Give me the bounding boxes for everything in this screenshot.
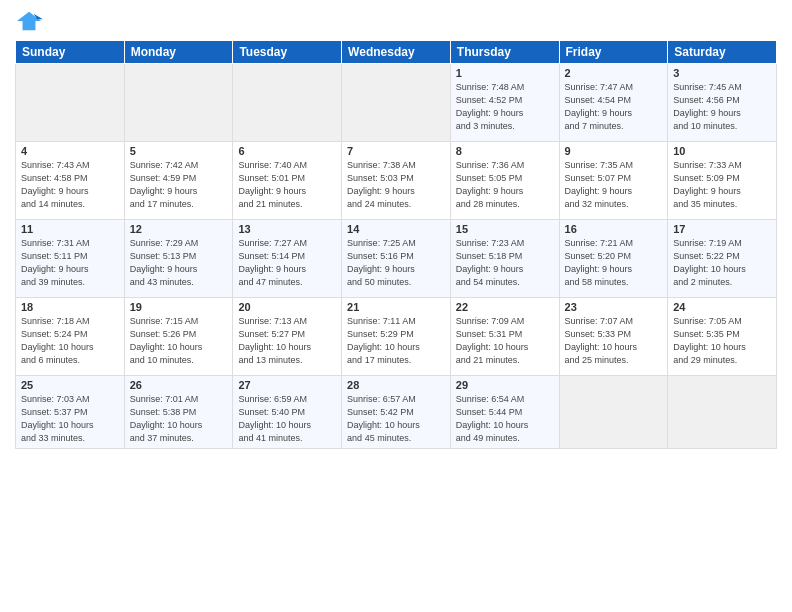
day-info: Sunrise: 6:54 AM Sunset: 5:44 PM Dayligh…: [456, 393, 554, 445]
day-number: 5: [130, 145, 228, 157]
calendar-cell: [668, 376, 777, 449]
day-number: 15: [456, 223, 554, 235]
calendar-cell: 11Sunrise: 7:31 AM Sunset: 5:11 PM Dayli…: [16, 220, 125, 298]
weekday-header-wednesday: Wednesday: [342, 41, 451, 64]
calendar-cell: 12Sunrise: 7:29 AM Sunset: 5:13 PM Dayli…: [124, 220, 233, 298]
day-info: Sunrise: 7:48 AM Sunset: 4:52 PM Dayligh…: [456, 81, 554, 133]
day-info: Sunrise: 7:01 AM Sunset: 5:38 PM Dayligh…: [130, 393, 228, 445]
day-number: 17: [673, 223, 771, 235]
day-number: 7: [347, 145, 445, 157]
weekday-header-thursday: Thursday: [450, 41, 559, 64]
day-info: Sunrise: 7:45 AM Sunset: 4:56 PM Dayligh…: [673, 81, 771, 133]
day-number: 2: [565, 67, 663, 79]
day-info: Sunrise: 7:42 AM Sunset: 4:59 PM Dayligh…: [130, 159, 228, 211]
calendar-cell: 28Sunrise: 6:57 AM Sunset: 5:42 PM Dayli…: [342, 376, 451, 449]
day-number: 25: [21, 379, 119, 391]
header: [15, 10, 777, 34]
day-number: 20: [238, 301, 336, 313]
day-number: 1: [456, 67, 554, 79]
day-number: 19: [130, 301, 228, 313]
calendar-cell: 26Sunrise: 7:01 AM Sunset: 5:38 PM Dayli…: [124, 376, 233, 449]
weekday-header-monday: Monday: [124, 41, 233, 64]
weekday-header-row: SundayMondayTuesdayWednesdayThursdayFrid…: [16, 41, 777, 64]
calendar-cell: 7Sunrise: 7:38 AM Sunset: 5:03 PM Daylig…: [342, 142, 451, 220]
svg-marker-0: [17, 12, 41, 30]
calendar-cell: 10Sunrise: 7:33 AM Sunset: 5:09 PM Dayli…: [668, 142, 777, 220]
day-number: 18: [21, 301, 119, 313]
day-info: Sunrise: 7:27 AM Sunset: 5:14 PM Dayligh…: [238, 237, 336, 289]
calendar-cell: 17Sunrise: 7:19 AM Sunset: 5:22 PM Dayli…: [668, 220, 777, 298]
day-info: Sunrise: 7:21 AM Sunset: 5:20 PM Dayligh…: [565, 237, 663, 289]
week-row-4: 18Sunrise: 7:18 AM Sunset: 5:24 PM Dayli…: [16, 298, 777, 376]
day-number: 8: [456, 145, 554, 157]
day-number: 6: [238, 145, 336, 157]
day-info: Sunrise: 7:23 AM Sunset: 5:18 PM Dayligh…: [456, 237, 554, 289]
calendar-cell: [16, 64, 125, 142]
day-number: 29: [456, 379, 554, 391]
calendar-cell: 13Sunrise: 7:27 AM Sunset: 5:14 PM Dayli…: [233, 220, 342, 298]
day-info: Sunrise: 7:25 AM Sunset: 5:16 PM Dayligh…: [347, 237, 445, 289]
day-info: Sunrise: 7:11 AM Sunset: 5:29 PM Dayligh…: [347, 315, 445, 367]
day-info: Sunrise: 7:29 AM Sunset: 5:13 PM Dayligh…: [130, 237, 228, 289]
day-number: 13: [238, 223, 336, 235]
calendar-page: SundayMondayTuesdayWednesdayThursdayFrid…: [0, 0, 792, 612]
day-info: Sunrise: 7:18 AM Sunset: 5:24 PM Dayligh…: [21, 315, 119, 367]
day-info: Sunrise: 7:40 AM Sunset: 5:01 PM Dayligh…: [238, 159, 336, 211]
day-number: 21: [347, 301, 445, 313]
day-number: 11: [21, 223, 119, 235]
day-info: Sunrise: 7:33 AM Sunset: 5:09 PM Dayligh…: [673, 159, 771, 211]
weekday-header-saturday: Saturday: [668, 41, 777, 64]
calendar-cell: 5Sunrise: 7:42 AM Sunset: 4:59 PM Daylig…: [124, 142, 233, 220]
day-number: 23: [565, 301, 663, 313]
week-row-3: 11Sunrise: 7:31 AM Sunset: 5:11 PM Dayli…: [16, 220, 777, 298]
calendar-cell: 29Sunrise: 6:54 AM Sunset: 5:44 PM Dayli…: [450, 376, 559, 449]
logo: [15, 10, 47, 34]
day-number: 26: [130, 379, 228, 391]
weekday-header-friday: Friday: [559, 41, 668, 64]
calendar-cell: 16Sunrise: 7:21 AM Sunset: 5:20 PM Dayli…: [559, 220, 668, 298]
day-info: Sunrise: 7:03 AM Sunset: 5:37 PM Dayligh…: [21, 393, 119, 445]
calendar-cell: 22Sunrise: 7:09 AM Sunset: 5:31 PM Dayli…: [450, 298, 559, 376]
calendar-cell: 1Sunrise: 7:48 AM Sunset: 4:52 PM Daylig…: [450, 64, 559, 142]
calendar-cell: 25Sunrise: 7:03 AM Sunset: 5:37 PM Dayli…: [16, 376, 125, 449]
calendar-table: SundayMondayTuesdayWednesdayThursdayFrid…: [15, 40, 777, 449]
calendar-cell: 3Sunrise: 7:45 AM Sunset: 4:56 PM Daylig…: [668, 64, 777, 142]
day-number: 27: [238, 379, 336, 391]
day-info: Sunrise: 7:15 AM Sunset: 5:26 PM Dayligh…: [130, 315, 228, 367]
calendar-cell: 8Sunrise: 7:36 AM Sunset: 5:05 PM Daylig…: [450, 142, 559, 220]
calendar-cell: [233, 64, 342, 142]
day-number: 4: [21, 145, 119, 157]
calendar-cell: [342, 64, 451, 142]
calendar-cell: 15Sunrise: 7:23 AM Sunset: 5:18 PM Dayli…: [450, 220, 559, 298]
day-info: Sunrise: 7:43 AM Sunset: 4:58 PM Dayligh…: [21, 159, 119, 211]
calendar-cell: [559, 376, 668, 449]
week-row-2: 4Sunrise: 7:43 AM Sunset: 4:58 PM Daylig…: [16, 142, 777, 220]
calendar-cell: 21Sunrise: 7:11 AM Sunset: 5:29 PM Dayli…: [342, 298, 451, 376]
weekday-header-tuesday: Tuesday: [233, 41, 342, 64]
calendar-cell: 18Sunrise: 7:18 AM Sunset: 5:24 PM Dayli…: [16, 298, 125, 376]
calendar-cell: 4Sunrise: 7:43 AM Sunset: 4:58 PM Daylig…: [16, 142, 125, 220]
week-row-1: 1Sunrise: 7:48 AM Sunset: 4:52 PM Daylig…: [16, 64, 777, 142]
calendar-cell: 6Sunrise: 7:40 AM Sunset: 5:01 PM Daylig…: [233, 142, 342, 220]
calendar-cell: 20Sunrise: 7:13 AM Sunset: 5:27 PM Dayli…: [233, 298, 342, 376]
day-number: 22: [456, 301, 554, 313]
day-number: 10: [673, 145, 771, 157]
day-info: Sunrise: 6:57 AM Sunset: 5:42 PM Dayligh…: [347, 393, 445, 445]
day-info: Sunrise: 7:09 AM Sunset: 5:31 PM Dayligh…: [456, 315, 554, 367]
day-number: 16: [565, 223, 663, 235]
day-info: Sunrise: 7:47 AM Sunset: 4:54 PM Dayligh…: [565, 81, 663, 133]
day-number: 14: [347, 223, 445, 235]
day-info: Sunrise: 7:13 AM Sunset: 5:27 PM Dayligh…: [238, 315, 336, 367]
day-info: Sunrise: 7:38 AM Sunset: 5:03 PM Dayligh…: [347, 159, 445, 211]
day-info: Sunrise: 7:31 AM Sunset: 5:11 PM Dayligh…: [21, 237, 119, 289]
calendar-cell: 24Sunrise: 7:05 AM Sunset: 5:35 PM Dayli…: [668, 298, 777, 376]
day-number: 24: [673, 301, 771, 313]
day-info: Sunrise: 6:59 AM Sunset: 5:40 PM Dayligh…: [238, 393, 336, 445]
day-number: 28: [347, 379, 445, 391]
calendar-cell: 19Sunrise: 7:15 AM Sunset: 5:26 PM Dayli…: [124, 298, 233, 376]
day-info: Sunrise: 7:07 AM Sunset: 5:33 PM Dayligh…: [565, 315, 663, 367]
calendar-cell: 27Sunrise: 6:59 AM Sunset: 5:40 PM Dayli…: [233, 376, 342, 449]
day-info: Sunrise: 7:35 AM Sunset: 5:07 PM Dayligh…: [565, 159, 663, 211]
day-info: Sunrise: 7:36 AM Sunset: 5:05 PM Dayligh…: [456, 159, 554, 211]
day-number: 3: [673, 67, 771, 79]
